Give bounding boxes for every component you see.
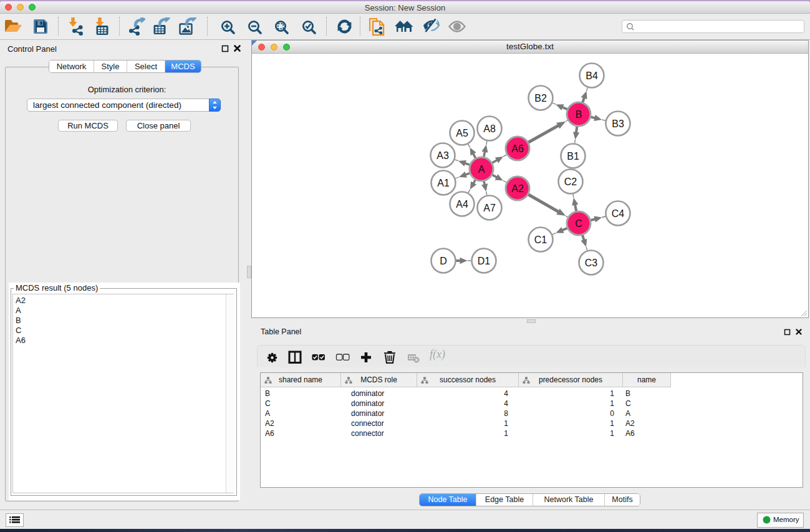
svg-text:A6: A6 <box>511 143 524 154</box>
svg-text:A7: A7 <box>483 203 496 213</box>
svg-text:C4: C4 <box>612 208 625 219</box>
svg-text:A3: A3 <box>436 150 449 161</box>
svg-text:C1: C1 <box>534 235 547 245</box>
svg-text:A5: A5 <box>456 128 468 138</box>
svg-text:B4: B4 <box>586 70 598 81</box>
svg-text:A8: A8 <box>483 123 496 134</box>
svg-text:B: B <box>576 109 582 120</box>
svg-text:B2: B2 <box>534 93 547 104</box>
svg-text:C2: C2 <box>564 177 577 187</box>
svg-text:C3: C3 <box>585 258 598 268</box>
svg-text:C: C <box>575 218 582 229</box>
svg-text:A4: A4 <box>456 199 468 210</box>
svg-text:A: A <box>478 164 485 175</box>
svg-text:B3: B3 <box>612 118 624 129</box>
svg-text:D: D <box>440 256 447 266</box>
svg-text:A2: A2 <box>511 183 524 194</box>
svg-text:A1: A1 <box>437 178 450 188</box>
svg-text:B1: B1 <box>567 151 579 162</box>
svg-text:D1: D1 <box>478 256 491 266</box>
